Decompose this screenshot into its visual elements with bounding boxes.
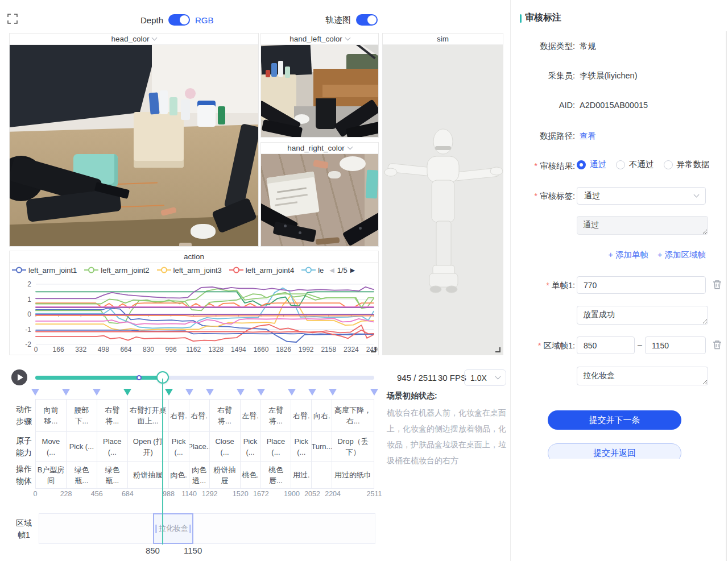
step-marker-2204[interactable] [329, 389, 337, 396]
step-marker-1900[interactable] [288, 389, 296, 396]
step-marker-2052[interactable] [308, 389, 316, 396]
legend-item-left_arm_joint2[interactable]: left_arm_joint2 [84, 266, 149, 275]
step-marker-456[interactable] [93, 389, 101, 396]
single-frame-note[interactable]: 放置成功 [577, 306, 708, 325]
resize-handle-icon[interactable] [371, 347, 376, 352]
step-marker-1520[interactable] [237, 389, 245, 396]
submit-return-button[interactable]: 提交并返回 [548, 443, 681, 459]
review-result-radio-group: 通过不通过异常数据 [577, 159, 710, 170]
scrollbar[interactable] [726, 31, 727, 561]
radio-option-通过[interactable]: 通过 [577, 159, 606, 170]
legend-prev-icon[interactable]: ◀ [329, 267, 334, 274]
review-side-panel: 审核标注 数据类型: 常规 采集员: 李轶晨(liyichen) AID: A2… [510, 0, 728, 561]
resize-handle-icon[interactable] [495, 347, 500, 352]
step-cell: 右臂将... [97, 400, 128, 431]
review-panel-content: 审核标注 数据类型: 常规 采集员: 李轶晨(liyichen) AID: A2… [511, 0, 728, 459]
action-line-chart[interactable]: 210-1-2016633249866483099611621328149416… [10, 277, 378, 355]
add-single-frame-link[interactable]: + 添加单帧 [609, 250, 649, 260]
step-cell: 桃色唇... [260, 462, 291, 488]
region-start-input[interactable] [577, 336, 635, 354]
playback-slider[interactable] [35, 376, 374, 380]
frame-axis-tick: 456 [83, 490, 110, 498]
sim-panel: sim [382, 33, 503, 355]
legend-item-left_arm_joint4[interactable]: left_arm_joint4 [229, 266, 294, 275]
svg-text:1162: 1162 [186, 346, 201, 354]
step-marker-0[interactable] [31, 389, 39, 396]
region-start-label: 850 [140, 546, 165, 555]
delete-region-frame-icon[interactable] [713, 340, 722, 350]
svg-text:0: 0 [34, 346, 38, 354]
region-right-handle[interactable] [189, 525, 191, 533]
step-marker-684[interactable] [123, 389, 131, 396]
sim-panel-title: sim [383, 34, 503, 45]
frame-axis-tick: 1672 [247, 490, 275, 498]
legend-items: left_arm_joint1left_arm_joint2left_arm_j… [12, 266, 324, 275]
trajectory-label: 轨迹图 [325, 15, 351, 26]
region-frame-box[interactable]: 拉化妆盒 [153, 513, 193, 544]
step-marker-228[interactable] [62, 389, 70, 396]
svg-text:1: 1 [27, 296, 31, 304]
step-cell: Pick (... [291, 432, 312, 461]
single-frame-input[interactable] [577, 276, 706, 294]
chart-series-left_arm_joint3 [36, 296, 374, 330]
chevron-down-icon [694, 192, 700, 198]
legend-series-icon [229, 267, 243, 273]
region-left-handle[interactable] [155, 525, 157, 533]
step-cell: 左臂将... [260, 400, 291, 431]
chart-series-right_arm_joint6 [36, 315, 374, 316]
step-marker-1140[interactable] [185, 389, 193, 396]
head-camera-selector[interactable]: head_color [10, 34, 258, 45]
legend-item-left_arm_joint1[interactable]: left_arm_joint1 [12, 266, 77, 275]
step-cell: 用过. [291, 462, 312, 488]
legend-item-le[interactable]: le [301, 266, 324, 275]
sim-title-text: sim [437, 35, 449, 43]
fullscreen-icon[interactable] [7, 14, 18, 24]
hand-left-camera-selector[interactable]: hand_left_color [261, 34, 378, 45]
step-marker-1292[interactable] [206, 389, 214, 396]
step-cell: Place (... [97, 432, 128, 461]
annotation-review-app: Depth RGB 轨迹图 head_color [0, 0, 728, 561]
delete-single-frame-icon[interactable] [713, 280, 722, 289]
submit-next-button[interactable]: 提交并下一条 [548, 410, 681, 430]
sim-viewport[interactable] [383, 45, 503, 355]
region-frame-track[interactable]: 拉化妆盒 [39, 513, 375, 544]
collector-value: 李轶晨(liyichen) [580, 70, 638, 81]
radio-option-不通过[interactable]: 不通过 [616, 159, 654, 170]
speed-select[interactable]: 1.0X [464, 369, 506, 386]
hand-right-camera-title: hand_right_color [287, 144, 345, 152]
head-camera-title: head_color [111, 35, 150, 43]
svg-text:1660: 1660 [254, 346, 269, 354]
svg-text:498: 498 [98, 346, 109, 354]
step-cell: 高度下降，右... [332, 400, 374, 431]
step-cell: 绿色瓶... [97, 462, 128, 488]
trajectory-toggle[interactable] [356, 14, 378, 26]
step-marker-2511[interactable] [370, 389, 378, 396]
review-tag-note[interactable]: 通过 [577, 216, 708, 235]
hand-right-camera-selector[interactable]: hand_right_color [261, 143, 378, 154]
region-end-input[interactable] [645, 336, 706, 354]
depth-rgb-toggle[interactable] [168, 14, 190, 26]
trajectory-toggle-group: 轨迹图 [325, 14, 378, 26]
add-region-frame-link[interactable]: + 添加区域帧 [657, 250, 706, 260]
step-cell: 肉色透... [189, 462, 210, 488]
play-button[interactable] [11, 369, 27, 385]
chevron-down-icon [495, 374, 501, 380]
main-area: Depth RGB 轨迹图 head_color [0, 0, 510, 561]
legend-item-left_arm_joint3[interactable]: left_arm_joint3 [157, 266, 222, 275]
step-marker-988[interactable] [165, 389, 173, 396]
legend-next-icon[interactable]: ▶ [350, 267, 355, 274]
speed-value: 1.0X [470, 373, 487, 383]
region-frame-note[interactable]: 拉化妆盒 [577, 367, 708, 385]
radio-option-异常数据[interactable]: 异常数据 [664, 159, 710, 170]
data-path-view-link[interactable]: 查看 [580, 131, 596, 142]
frame-axis-tick: 684 [114, 490, 141, 498]
svg-text:332: 332 [75, 346, 86, 354]
legend-series-icon [12, 267, 26, 273]
review-tag-select[interactable]: 通过 [577, 187, 706, 205]
legend-series-icon [157, 267, 171, 273]
legend-page-indicator: 1/5 [337, 266, 348, 275]
svg-text:1328: 1328 [208, 346, 224, 354]
legend-item-label: left_arm_joint2 [101, 266, 149, 275]
step-cell: Close (... [210, 432, 241, 461]
step-marker-1672[interactable] [257, 389, 265, 396]
